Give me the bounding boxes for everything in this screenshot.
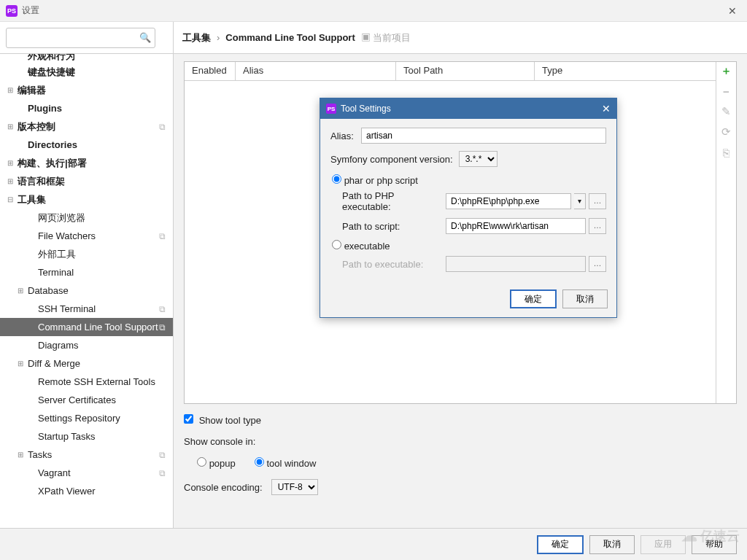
window-close-button[interactable]: ✕ [724,5,741,17]
tree-item-label: Diagrams [38,340,173,351]
console-encoding-select[interactable]: UTF-8 [271,479,318,495]
dialog-app-icon: PS [326,104,336,114]
script-path-input[interactable] [446,218,586,234]
executable-radio[interactable]: executable [332,241,390,252]
tree-item-label: Diff & Merge [28,358,173,369]
expand-icon[interactable]: ⊞ [18,287,28,295]
expand-icon[interactable]: ⊞ [7,159,18,167]
copy-icon: ⧉ [159,231,166,241]
scope-icon: ▣ [361,32,371,43]
tree-item-label: File Watchers [38,230,159,241]
tree-item[interactable]: XPath Viewer [0,482,173,500]
executable-path-browse-button[interactable]: … [589,256,606,272]
symfony-version-label: Symfony component version: [330,154,453,165]
show-tool-type-input[interactable] [184,414,193,424]
script-path-browse-button[interactable]: … [589,218,606,234]
tree-item[interactable]: Terminal [0,263,173,281]
dialog-titlebar[interactable]: PS Tool Settings ✕ [320,98,616,119]
tree-item[interactable]: 键盘快捷键 [0,63,173,81]
tree-item-label: Directories [28,139,173,150]
open-button[interactable]: ⎘ [721,147,732,158]
tree-item[interactable]: 网页浏览器 [0,209,173,227]
help-button[interactable]: 帮助 [692,535,737,554]
breadcrumb: 工具集 › Command Line Tool Support ▣ 当前项目 [174,22,747,53]
app-icon: PS [6,5,18,17]
expand-icon[interactable]: ⊞ [7,122,18,131]
console-encoding-label: Console encoding: [184,482,263,493]
settings-tree[interactable]: 外观和行为键盘快捷键⊞编辑器Plugins⊞版本控制⧉Directories⊞构… [0,54,174,528]
tree-item[interactable]: File Watchers⧉ [0,227,173,245]
tree-item[interactable]: 外观和行为 [0,54,173,63]
settings-footer: 确定 取消 应用 帮助 [0,528,747,560]
tree-item[interactable]: Settings Repository [0,409,173,427]
tree-item-label: 版本控制 [18,120,159,133]
php-path-browse-button[interactable]: … [589,193,606,209]
tree-item[interactable]: Directories [0,136,173,154]
window-title: 设置 [22,4,724,17]
tree-item[interactable]: ⊞构建、执行|部署 [0,154,173,172]
tree-item[interactable]: Startup Tasks [0,427,173,446]
expand-icon[interactable]: ⊟ [7,195,18,203]
edit-tool-button[interactable]: ✎ [721,106,732,117]
tree-item[interactable]: ⊞版本控制⧉ [0,117,173,136]
cancel-button[interactable]: 取消 [589,535,635,554]
expand-icon[interactable]: ⊞ [7,86,18,94]
expand-icon[interactable]: ⊞ [7,177,18,185]
executable-path-input [446,256,586,272]
console-popup-radio[interactable]: popup [197,457,236,469]
tree-item-label: Database [28,285,173,296]
tree-item[interactable]: ⊟工具集 [0,190,173,209]
dialog-cancel-button[interactable]: 取消 [562,289,608,308]
window-titlebar: PS 设置 ✕ [0,0,747,22]
executable-path-label: Path to executable: [342,259,443,270]
phar-script-radio[interactable]: phar or php script [332,175,418,186]
expand-icon[interactable]: ⊞ [18,451,28,459]
topbar: 🔍 工具集 › Command Line Tool Support ▣ 当前项目 [0,22,747,54]
tree-item-label: 网页浏览器 [38,211,173,225]
options-panel: Show tool type Show console in: popup to… [184,414,737,505]
expand-icon[interactable]: ⊞ [18,359,28,368]
search-input[interactable] [6,28,155,48]
remove-tool-button[interactable]: − [721,85,732,97]
tree-item[interactable]: SSH Terminal⧉ [0,300,173,318]
tree-item[interactable]: ⊞语言和框架 [0,172,173,190]
apply-button[interactable]: 应用 [640,535,686,554]
search-wrap: 🔍 [0,22,174,53]
tree-item[interactable]: ⊞Tasks⧉ [0,446,173,464]
tree-item[interactable]: Vagrant⧉ [0,464,173,482]
reload-button[interactable]: ⟳ [721,126,732,138]
tree-item[interactable]: Remote SSH External Tools [0,373,173,391]
tree-item-label: 键盘快捷键 [28,66,173,79]
alias-input[interactable] [361,128,606,144]
tree-item[interactable]: ⊞编辑器 [0,81,173,99]
tree-item[interactable]: Plugins [0,99,173,117]
php-path-dropdown[interactable]: ▾ [574,193,586,209]
tree-item[interactable]: Command Line Tool Support⧉ [0,318,173,336]
tree-item[interactable]: Diagrams [0,336,173,354]
copy-icon: ⧉ [159,468,166,478]
col-tool-path[interactable]: Tool Path [396,62,535,80]
tree-item-label: Server Certificates [38,394,173,405]
col-enabled[interactable]: Enabled [185,62,236,80]
tree-item-label: Terminal [38,267,173,278]
tree-item[interactable]: ⊞Diff & Merge [0,354,173,373]
breadcrumb-current: Command Line Tool Support [225,32,355,43]
dialog-ok-button[interactable]: 确定 [510,289,557,308]
dialog-close-button[interactable]: ✕ [602,103,611,114]
tree-item[interactable]: Server Certificates [0,391,173,409]
php-path-input[interactable] [446,193,571,209]
show-tool-type-checkbox[interactable]: Show tool type [184,414,261,426]
col-alias[interactable]: Alias [236,62,396,80]
tree-item[interactable]: ⊞Database [0,281,173,300]
col-type[interactable]: Type [535,62,716,80]
dialog-title: Tool Settings [341,104,602,114]
copy-icon: ⧉ [159,122,166,132]
copy-icon: ⧉ [159,304,166,314]
symfony-version-select[interactable]: 3.*.* [459,151,498,167]
ok-button[interactable]: 确定 [537,535,584,554]
console-toolwindow-radio[interactable]: tool window [255,457,317,469]
breadcrumb-root[interactable]: 工具集 [182,31,211,44]
add-tool-button[interactable]: ＋ [721,65,732,77]
tree-item[interactable]: 外部工具 [0,245,173,263]
tree-item-label: Startup Tasks [38,431,173,442]
